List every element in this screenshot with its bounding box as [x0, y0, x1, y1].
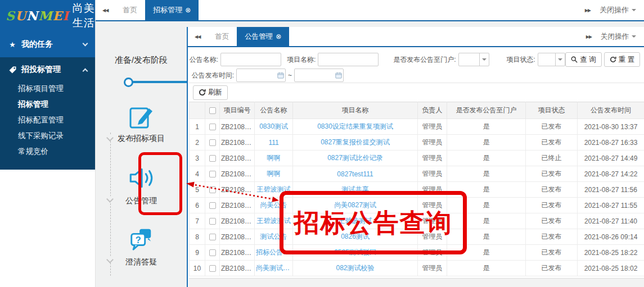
date-range-separator: ~ — [288, 71, 292, 79]
tab-close-icon[interactable]: ⊗ — [185, 6, 191, 14]
row-checkbox[interactable] — [209, 265, 216, 272]
reset-button[interactable]: 重 置 — [604, 52, 640, 67]
inner-tabbar: ◀◀ 首页 公告管理 ⊗ ▶▶ 关闭操作 — [188, 27, 644, 47]
publish-time-end — [294, 69, 344, 82]
cell-announcement-name[interactable]: 啊啊 — [255, 151, 293, 166]
sidebar-item-bid-management[interactable]: 招标管理 — [0, 97, 95, 112]
cell-announcement-name[interactable]: 0830测试 — [255, 119, 293, 135]
select-all-checkbox[interactable] — [209, 107, 216, 114]
cell-project-no: ZB210827004 — [220, 198, 255, 213]
row-checkbox[interactable] — [209, 249, 216, 256]
refresh-icon — [199, 89, 206, 96]
outer-tab-home[interactable]: 首页 — [115, 0, 145, 20]
app-logo: SUNMEI 尚美生活 — [0, 0, 95, 31]
tab-label: 公告管理 — [245, 32, 273, 42]
calendar-icon[interactable] — [277, 72, 284, 79]
cell-project-name[interactable]: 0827测试比价记录 — [293, 151, 418, 166]
caret-down-icon — [632, 9, 636, 13]
col-owner: 负责人 — [418, 102, 447, 119]
scroll-tabs-icon[interactable]: ▶▶ — [580, 34, 597, 39]
row-index: 9 — [190, 245, 205, 261]
cell-project-name[interactable]: 0827重复报价提交测试 — [293, 135, 418, 151]
annotation-callout-text: 招标公告查询 — [294, 206, 453, 240]
cell-portal: 是 — [447, 151, 526, 166]
clarification-step-icon[interactable]: ? — [96, 226, 187, 252]
outer-tab-bid-management[interactable]: 招标管理 ⊗ — [145, 0, 199, 20]
step-label-clarification[interactable]: 澄清答疑 — [96, 257, 187, 267]
sidebar-section-bid-management-header[interactable]: 招投标管理 — [0, 58, 95, 81]
caret-down-icon — [482, 58, 487, 63]
publish-portal-select[interactable] — [458, 53, 490, 66]
row-checkbox[interactable] — [209, 124, 216, 130]
announcement-name-input[interactable] — [220, 53, 281, 66]
project-status-select[interactable] — [538, 53, 565, 66]
cell-publish-time: 2021-08-27 14:22 — [578, 166, 644, 182]
logo-letter: M — [38, 8, 52, 23]
step-label-publish-project[interactable]: 发布招标项目 — [96, 134, 187, 144]
col-portal: 是否发布公告至门户 — [447, 102, 526, 119]
row-checkbox[interactable] — [209, 186, 216, 193]
collapse-tabs-icon[interactable]: ◀◀ — [188, 27, 207, 46]
row-checkbox[interactable] — [209, 202, 216, 209]
sidebar: SUNMEI 尚美生活 ★ 我的任务 招投标管理 招标项目管理 招标管理 招标配… — [0, 0, 96, 287]
cell-project-name[interactable]: 0830设定结果重复项测试 — [293, 119, 418, 135]
sidebar-item-bid-project-management[interactable]: 招标项目管理 — [0, 81, 95, 97]
row-index: 2 — [190, 135, 205, 151]
scroll-tabs-icon[interactable]: ▶▶ — [579, 8, 596, 13]
cell-project-name[interactable]: 082测试校验 — [293, 261, 418, 276]
table-toolbar: 刷新 — [189, 83, 644, 102]
calendar-icon[interactable] — [335, 72, 342, 79]
cell-announcement-name[interactable]: 111 — [255, 135, 293, 151]
cell-owner: 管理员 — [418, 135, 447, 151]
row-index: 10 — [190, 261, 205, 276]
cell-announcement-name[interactable]: 啊啊 — [255, 166, 293, 182]
cell-project-no: ZB210826001 — [220, 229, 255, 245]
row-checkbox[interactable] — [209, 171, 216, 177]
cell-publish-time: 2021-08-27 14:49 — [578, 151, 644, 166]
row-checkbox[interactable] — [209, 139, 216, 146]
cell-portal: 是 — [447, 261, 526, 276]
cell-status: 已终止 — [526, 151, 578, 166]
logo-letter: N — [26, 8, 38, 23]
collapse-tabs-icon[interactable]: ◀◀ — [96, 0, 115, 20]
cell-project-no: ZB210827003 — [220, 182, 255, 198]
table-row: 2 ZB210827008 111 0827重复报价提交测试 管理员 是 已发布… — [190, 135, 644, 151]
cell-project-name[interactable]: 0827test111 — [293, 166, 418, 182]
refresh-button[interactable]: 刷新 — [193, 85, 228, 100]
cell-portal: 是 — [447, 119, 526, 135]
project-name-label: 项目名称: — [287, 55, 316, 65]
row-checkbox[interactable] — [209, 234, 216, 240]
table-row: 3 ZB210827007 啊啊 0827测试比价记录 管理员 是 已终止 20… — [190, 151, 644, 166]
tag-icon — [8, 66, 17, 74]
inner-tab-home[interactable]: 首页 — [207, 27, 237, 46]
table-row: 1 ZB210830001 0830测试 0830设定结果重复项测试 管理员 是… — [190, 119, 644, 135]
star-icon: ★ — [8, 40, 17, 49]
close-operations-dropdown[interactable]: 关闭操作 — [596, 5, 640, 15]
sidebar-item-regular-bidding[interactable]: 常规竞价 — [0, 144, 95, 160]
sidebar-section-my-tasks[interactable]: ★ 我的任务 — [0, 31, 95, 57]
phase-progress-line — [133, 81, 187, 83]
annotation-step-highlight-box — [138, 152, 182, 215]
row-checkbox[interactable] — [209, 218, 216, 225]
question-bubble-icon: ? — [128, 226, 154, 252]
annotation-callout-box: 招标公告查询 — [280, 191, 467, 254]
cell-status: 已发布 — [526, 245, 578, 261]
chevron-up-icon — [83, 68, 88, 74]
col-project-no: 项目编号 — [220, 102, 255, 119]
query-button[interactable]: 查 询 — [565, 52, 601, 67]
tab-close-icon[interactable]: ⊗ — [276, 33, 281, 40]
publish-project-step-icon[interactable] — [96, 103, 187, 130]
cell-portal: 是 — [447, 166, 526, 182]
cell-publish-time: 2021-08-27 11:55 — [578, 198, 644, 213]
row-checkbox[interactable] — [209, 155, 216, 162]
sidebar-item-bid-config-management[interactable]: 招标配置管理 — [0, 112, 95, 128]
sidebar-item-offline-purchase-records[interactable]: 线下采购记录 — [0, 128, 95, 144]
inner-tab-announcement-management[interactable]: 公告管理 ⊗ — [237, 27, 289, 46]
cell-project-no: ZB210827007 — [220, 151, 255, 166]
project-name-input[interactable] — [318, 53, 379, 66]
cell-announcement-name[interactable]: 尚美测试公告08... — [255, 261, 293, 276]
refresh-icon — [610, 56, 616, 63]
row-index: 3 — [190, 151, 205, 166]
close-operations-dropdown[interactable]: 关闭操作 — [597, 32, 640, 42]
sidebar-section-label: 招投标管理 — [21, 65, 61, 75]
